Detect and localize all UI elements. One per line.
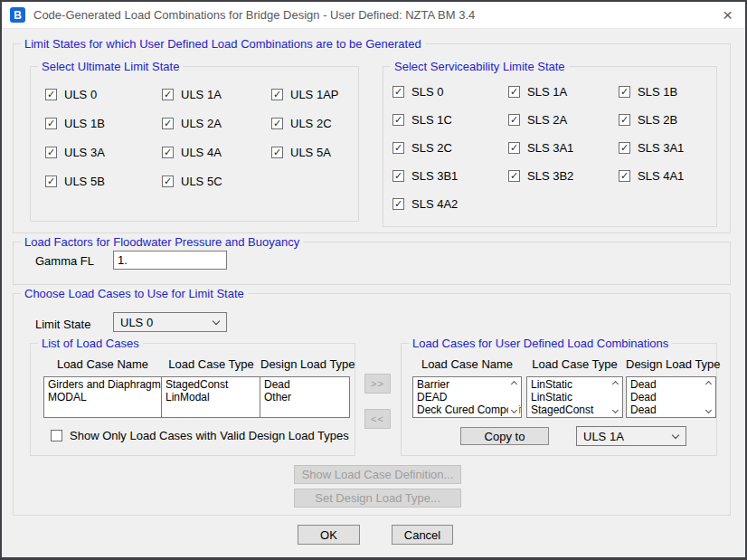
checkbox-label: SLS 2C	[411, 141, 452, 155]
checkbox-label: SLS 1A	[527, 85, 567, 99]
checkbox-label: SLS 3A1	[527, 141, 573, 155]
checkbox-sls-2b[interactable]: SLS 2B	[619, 113, 684, 127]
available-load-cases-group: List of Load Cases Load Case Name Load C…	[30, 343, 355, 456]
checkmark-icon	[45, 147, 57, 158]
checkmark-icon	[392, 170, 404, 182]
chevron-down-icon	[213, 317, 220, 324]
list-item[interactable]: MODAL	[44, 391, 161, 403]
checkmark-icon	[45, 89, 57, 100]
checkbox-sls-1c[interactable]: SLS 1C	[392, 113, 508, 127]
copy-to-button[interactable]: Copy to	[460, 427, 549, 445]
checkbox-label: ULS 5A	[290, 146, 331, 159]
app-logo-icon: B	[10, 7, 25, 23]
list-item[interactable]: Deck Cured Composite	[413, 403, 521, 416]
show-load-case-definition-button[interactable]: Show Load Case Definition...	[294, 465, 461, 484]
checkbox-label: SLS 4A2	[411, 197, 458, 211]
column-header-load-case-name: Load Case Name	[412, 357, 522, 371]
scroll-down-icon[interactable]	[611, 407, 618, 413]
checkbox-sls-2c[interactable]: SLS 2C	[392, 141, 508, 155]
checkbox-sls-4a1[interactable]: SLS 4A1	[619, 169, 684, 183]
checkbox-uls-0[interactable]: ULS 0	[45, 88, 162, 101]
list-item[interactable]: Dead	[260, 378, 349, 391]
checkbox-label: ULS 4A	[181, 146, 222, 159]
uls-checkbox-grid: ULS 0 ULS 1A ULS 1AP ULS 1B ULS 2A ULS 2…	[45, 80, 338, 195]
gamma-fl-input[interactable]	[113, 251, 227, 270]
checkbox-sls-3a1-b[interactable]: SLS 3A1	[619, 141, 684, 155]
checkbox-uls-5a[interactable]: ULS 5A	[271, 146, 338, 159]
ok-button[interactable]: OK	[298, 525, 360, 545]
load-factors-group-title: Load Factors for Floodwater Pressure and…	[21, 235, 303, 249]
checkbox-sls-2a[interactable]: SLS 2A	[508, 113, 619, 127]
checkbox-label: ULS 1A	[181, 88, 222, 101]
available-design-type-column[interactable]: Dead Other	[260, 376, 350, 418]
checkbox-sls-3b1[interactable]: SLS 3B1	[392, 169, 508, 183]
checkbox-uls-1ap[interactable]: ULS 1AP	[271, 88, 338, 101]
checkbox-label: SLS 1C	[411, 113, 452, 127]
checkbox-label: SLS 2A	[527, 113, 567, 127]
available-load-cases-table: Girders and Diaphragms MODAL StagedConst…	[43, 376, 350, 418]
checkbox-sls-1b[interactable]: SLS 1B	[619, 85, 684, 99]
cancel-button[interactable]: Cancel	[392, 525, 453, 545]
checkbox-sls-0[interactable]: SLS 0	[392, 85, 508, 99]
checkbox-sls-1a[interactable]: SLS 1A	[508, 85, 619, 99]
scroll-down-icon[interactable]	[510, 407, 516, 413]
checkmark-icon	[162, 118, 174, 129]
selected-design-type-listbox[interactable]: Dead Dead Dead	[626, 376, 716, 418]
checkbox-label: ULS 0	[64, 88, 97, 101]
add-load-case-button[interactable]: >>	[364, 374, 391, 394]
scroll-down-icon[interactable]	[704, 407, 711, 413]
list-item[interactable]: LinStatic	[527, 378, 622, 391]
checkbox-sls-4a2[interactable]: SLS 4A2	[392, 197, 508, 211]
checkbox-uls-1b[interactable]: ULS 1B	[45, 117, 162, 130]
list-item[interactable]: StagedConst	[527, 403, 622, 416]
remove-load-case-button[interactable]: <<	[364, 409, 391, 429]
limit-state-dropdown[interactable]: ULS 0	[113, 312, 227, 332]
checkbox-sls-3a1-a[interactable]: SLS 3A1	[508, 141, 619, 155]
list-item[interactable]: Girders and Diaphragms	[44, 378, 161, 391]
listbox-scrollbar[interactable]	[610, 380, 620, 414]
available-name-column[interactable]: Girders and Diaphragms MODAL	[43, 376, 162, 418]
gamma-fl-label: Gamma FL	[35, 254, 94, 268]
choose-load-cases-group: Choose Load Cases to Use for Limit State…	[13, 293, 731, 516]
scroll-up-icon[interactable]	[704, 381, 711, 387]
checkmark-icon	[162, 89, 174, 100]
checkbox-label: ULS 3A	[64, 146, 105, 159]
checkbox-uls-2c[interactable]: ULS 2C	[271, 117, 338, 130]
selected-type-listbox[interactable]: LinStatic LinStatic StagedConst	[526, 376, 623, 418]
list-item[interactable]: LinModal	[162, 391, 260, 403]
filter-valid-design-types-checkbox[interactable]: Show Only Load Cases with Valid Design L…	[51, 429, 349, 442]
checkmark-icon	[45, 176, 57, 187]
checkmark-icon	[508, 170, 520, 182]
limit-states-group: Limit States for which User Defined Load…	[13, 43, 731, 233]
load-combinations-dialog: B Code-Generated Load Combinations for B…	[0, 0, 747, 560]
listbox-scrollbar[interactable]	[508, 380, 519, 414]
checkbox-sls-3b2[interactable]: SLS 3B2	[508, 169, 619, 183]
checkbox-uls-5c[interactable]: ULS 5C	[162, 175, 271, 188]
column-header-load-case-type: Load Case Type	[162, 357, 260, 371]
listbox-scrollbar[interactable]	[703, 380, 714, 414]
serviceability-group-title: Select Serviceability Limite State	[391, 60, 569, 73]
checkbox-uls-1a[interactable]: ULS 1A	[162, 88, 271, 101]
list-item[interactable]: Barrier	[413, 378, 521, 391]
list-item[interactable]: Other	[260, 391, 349, 403]
checkmark-icon	[271, 89, 283, 100]
checkbox-uls-3a[interactable]: ULS 3A	[45, 146, 162, 159]
serviceability-limit-state-group: Select Serviceability Limite State SLS 0…	[383, 66, 717, 227]
list-item[interactable]: DEAD	[413, 391, 521, 403]
close-icon[interactable]: ×	[718, 6, 737, 24]
list-item[interactable]: StagedConst	[162, 378, 260, 391]
checkbox-uls-2a[interactable]: ULS 2A	[162, 117, 271, 130]
checkbox-icon	[51, 430, 62, 441]
scroll-up-icon[interactable]	[611, 381, 618, 387]
chevron-down-icon	[672, 431, 679, 438]
list-item[interactable]: LinStatic	[527, 391, 622, 403]
available-type-column[interactable]: StagedConst LinModal	[161, 376, 260, 418]
checkbox-label: SLS 2B	[638, 113, 677, 127]
limit-states-group-title: Limit States for which User Defined Load…	[21, 37, 425, 51]
copy-to-dropdown[interactable]: ULS 1A	[576, 426, 686, 446]
set-design-load-type-button[interactable]: Set Design Load Type...	[294, 489, 461, 508]
selected-name-listbox[interactable]: Barrier DEAD Deck Cured Composite	[412, 376, 522, 418]
checkbox-uls-5b[interactable]: ULS 5B	[45, 175, 162, 188]
scroll-up-icon[interactable]	[510, 381, 516, 387]
checkbox-uls-4a[interactable]: ULS 4A	[162, 146, 271, 159]
